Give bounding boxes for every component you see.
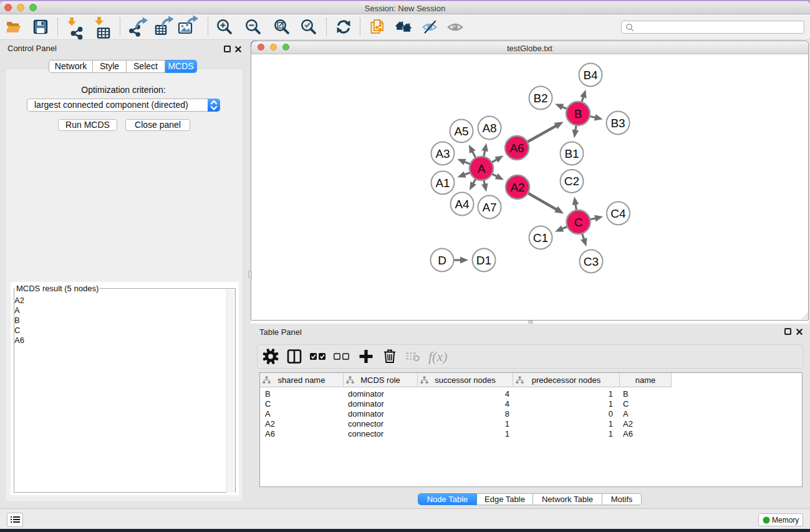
svg-text:A1: A1: [435, 177, 450, 190]
svg-text:A7: A7: [482, 201, 496, 214]
svg-text:C3: C3: [584, 255, 599, 268]
svg-text:A4: A4: [455, 198, 470, 211]
svg-text:B1: B1: [564, 147, 579, 160]
svg-text:A: A: [478, 162, 486, 175]
svg-text:D1: D1: [476, 254, 491, 267]
svg-text:A8: A8: [482, 122, 496, 135]
svg-text:A6: A6: [509, 142, 524, 155]
svg-text:B3: B3: [610, 117, 625, 130]
svg-text:B2: B2: [533, 92, 547, 105]
svg-text:D: D: [438, 254, 446, 267]
svg-text:A5: A5: [454, 125, 468, 138]
svg-text:f(x): f(x): [428, 349, 448, 364]
svg-text:B4: B4: [583, 69, 598, 82]
svg-text:B: B: [574, 107, 582, 120]
svg-text:C4: C4: [610, 207, 626, 220]
svg-text:A2: A2: [510, 181, 524, 194]
svg-text:A3: A3: [435, 147, 450, 160]
svg-text:C: C: [574, 216, 583, 229]
svg-text:C2: C2: [564, 175, 579, 188]
svg-text:C1: C1: [533, 231, 548, 244]
